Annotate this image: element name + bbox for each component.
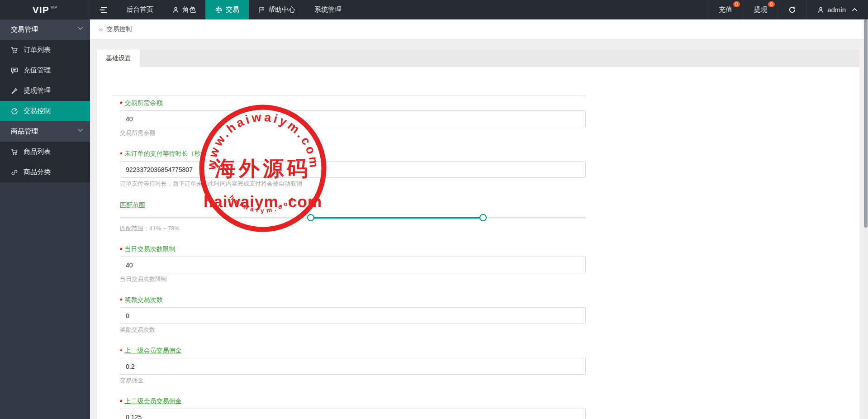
field-label: *未订单的支付等待时长（秒） [120, 149, 586, 158]
slider-fill [311, 217, 483, 219]
sidebar-item-label: 交易控制 [24, 107, 51, 115]
vertical-scrollbar [863, 19, 868, 419]
sidebar-item-label: 商品列表 [24, 148, 51, 156]
nav-item-label: 帮助中心 [268, 5, 295, 14]
sidebar-item-order-list[interactable]: 订单列表 [0, 40, 90, 60]
gauge-icon [11, 108, 18, 115]
field-label-text: 未订单的支付等待时长（秒） [124, 150, 207, 157]
recharge-badge: 0 [733, 1, 740, 7]
sidebar-item-trade-control[interactable]: 交易控制 [0, 101, 90, 121]
sidebar-item-label: 订单列表 [24, 46, 51, 54]
field-input[interactable] [120, 358, 586, 375]
nav-item-label: 系统管理 [314, 5, 342, 14]
tab-basic-settings[interactable]: 基础设置 [97, 50, 140, 67]
form-field: *当日交易次数限制当日交易次数限制 [120, 245, 586, 282]
sidebar-item-goods-list[interactable]: 商品列表 [0, 142, 90, 162]
nav-item-home[interactable]: 后台首页 [117, 0, 163, 19]
sidebar-item-recharge-mgmt[interactable]: 充值管理 [0, 60, 90, 81]
sidebar-group-goods[interactable]: 商品管理 [0, 121, 90, 142]
cart-icon [11, 148, 18, 156]
nav-item-roles[interactable]: 角色 [163, 0, 205, 19]
sidebar-item-withdraw-mgmt[interactable]: 提现管理 [0, 81, 90, 101]
scales-icon [215, 6, 223, 14]
sidebar-item-label: 提现管理 [24, 86, 51, 95]
nav-item-label: 交易 [226, 5, 239, 14]
required-asterisk: * [120, 151, 122, 158]
required-asterisk: * [120, 398, 122, 405]
field-input[interactable] [120, 161, 586, 178]
form-field: *交易所需余额交易所需余额 [120, 99, 586, 136]
form-divider [112, 95, 586, 95]
gavel-icon [11, 87, 18, 95]
withdraw-button[interactable]: 提现 0 [743, 0, 778, 19]
form-field: 匹配范围匹配范围：41% ~ 78% [120, 201, 586, 232]
slider-handle-low[interactable] [307, 214, 314, 221]
chevron-up-icon [852, 8, 858, 12]
logo-text: VIP [33, 5, 49, 15]
form-field: *未订单的支付等待时长（秒）订单支付等待时长，新下订单未在此时间内容完成支付将会… [120, 149, 586, 187]
sidebar-group-label: 商品管理 [11, 127, 38, 136]
comment-icon [11, 67, 18, 74]
required-asterisk: * [120, 100, 122, 107]
content-area: 基础设置 *交易所需余额交易所需余额*未订单的支付等待时长（秒）订单支付等待时长… [90, 40, 868, 419]
scrollbar-thumb[interactable] [864, 19, 868, 228]
nav-item-help[interactable]: 帮助中心 [249, 0, 305, 19]
user-icon [172, 6, 179, 14]
admin-menu[interactable]: admin [806, 0, 868, 19]
nav-item-label: 后台首页 [126, 5, 153, 14]
user-icon [817, 6, 824, 14]
page-title: 交易控制 [106, 25, 132, 33]
range-slider[interactable] [120, 214, 586, 222]
tab-label: 基础设置 [106, 54, 131, 62]
field-hint: 当日交易次数限制 [120, 276, 586, 282]
sidebar: 交易管理 订单列表 充值管理 提现管理 交易控制 商品管理 商品列表 商品分类 [0, 19, 90, 419]
breadcrumb: » 交易控制 [90, 19, 868, 40]
sidebar-group-label: 交易管理 [11, 25, 38, 34]
required-asterisk: * [120, 297, 122, 304]
field-input[interactable] [120, 409, 586, 419]
nav-item-label: 角色 [182, 5, 196, 14]
field-label-text: 匹配范围 [120, 201, 145, 209]
sidebar-group-trade[interactable]: 交易管理 [0, 19, 90, 40]
refresh-icon [788, 6, 796, 14]
field-label-text: 当日交易次数限制 [124, 245, 175, 252]
field-label-text: 交易所需余额 [124, 99, 162, 106]
admin-username: admin [827, 6, 846, 14]
field-hint: 匹配范围：41% ~ 78% [120, 225, 586, 232]
field-label: *上二级会员交易佣金 [120, 397, 586, 405]
settings-panel: *交易所需余额交易所需余额*未订单的支付等待时长（秒）订单支付等待时长，新下订单… [97, 67, 859, 419]
field-hint: 订单支付等待时长，新下订单未在此时间内容完成支付将会被自动取消 [120, 181, 586, 187]
required-asterisk: * [120, 246, 122, 253]
form-field: *奖励交易次数奖励交易次数 [120, 295, 586, 333]
recharge-label: 充值 [719, 5, 732, 14]
nav-item-trade[interactable]: 交易 [205, 0, 249, 19]
chevron-down-icon [77, 128, 83, 132]
withdraw-label: 提现 [754, 5, 767, 14]
sidebar-toggle-button[interactable] [90, 0, 117, 19]
breadcrumb-arrows-icon: » [99, 25, 103, 34]
slider-handle-high[interactable] [479, 214, 487, 221]
required-asterisk: * [120, 348, 122, 355]
top-navbar: VIP VIP 后台首页 角色 交易 帮助中心 系统管理 充值 0 [0, 0, 868, 19]
field-input[interactable] [120, 307, 586, 324]
logo-superscript: VIP [51, 5, 57, 10]
field-label-text: 奖励交易次数 [124, 296, 162, 303]
nav-item-system[interactable]: 系统管理 [305, 0, 351, 19]
field-input[interactable] [120, 110, 586, 127]
withdraw-badge: 0 [768, 1, 775, 7]
form-field: *上一级会员交易佣金交易佣金 [120, 346, 586, 384]
navbar-right: 充值 0 提现 0 admin [708, 0, 868, 19]
main-menu: 后台首页 角色 交易 帮助中心 系统管理 [90, 0, 351, 19]
field-input[interactable] [120, 257, 586, 273]
recharge-button[interactable]: 充值 0 [708, 0, 743, 19]
field-hint: 交易佣金 [120, 377, 586, 384]
field-label-text: 上二级会员交易佣金 [124, 397, 181, 405]
field-label: *奖励交易次数 [120, 295, 586, 304]
sidebar-item-label: 商品分类 [24, 168, 51, 176]
app-logo[interactable]: VIP VIP [0, 0, 90, 19]
field-label-text: 上一级会员交易佣金 [124, 347, 181, 354]
form-field: *上二级会员交易佣金交易佣金 [120, 397, 586, 419]
field-label: *上一级会员交易佣金 [120, 346, 586, 355]
refresh-button[interactable] [778, 0, 806, 19]
sidebar-item-goods-category[interactable]: 商品分类 [0, 162, 90, 182]
